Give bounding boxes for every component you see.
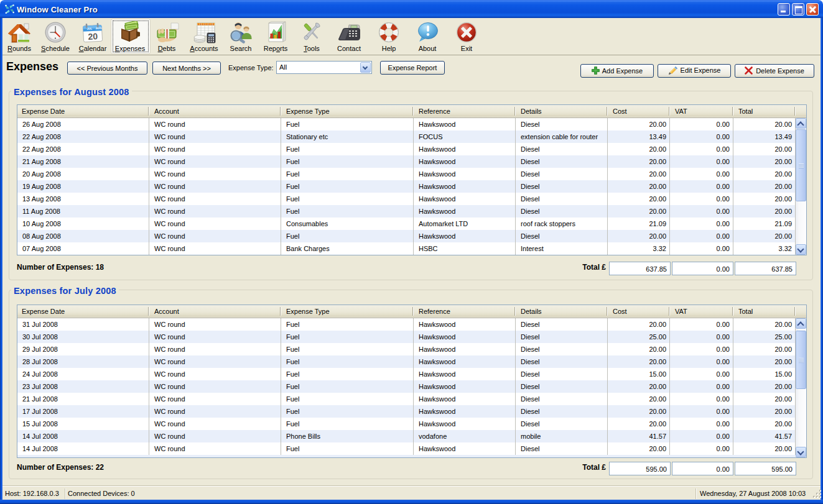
svg-text:AUG: AUG [95, 27, 102, 30]
svg-text:20: 20 [88, 31, 98, 42]
svg-text:JUL: JUL [86, 27, 92, 30]
